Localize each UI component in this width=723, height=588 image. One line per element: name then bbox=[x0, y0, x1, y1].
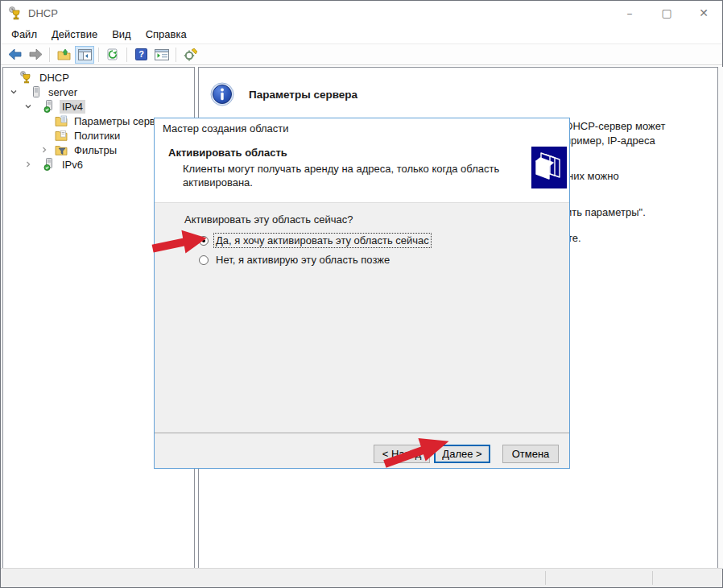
details-header: Параметры сервера bbox=[210, 82, 357, 106]
status-bar bbox=[1, 568, 722, 587]
details-text-fragment: ить параметры". bbox=[566, 206, 646, 218]
ipv4-server-icon bbox=[43, 100, 56, 113]
menu-bar: Файл Действие Вид Справка bbox=[1, 25, 722, 44]
menu-file[interactable]: Файл bbox=[4, 26, 44, 43]
statusbar-separator bbox=[652, 571, 653, 585]
annotation-arrow-radio bbox=[151, 223, 210, 262]
cancel-button[interactable]: Отмена bbox=[502, 445, 559, 463]
dialog-heading: Активировать область bbox=[168, 147, 287, 159]
chevron-right-icon[interactable] bbox=[24, 160, 32, 168]
actions-icon[interactable] bbox=[180, 46, 200, 64]
radio-row-yes[interactable]: Да, я хочу активировать эту область сейч… bbox=[199, 234, 431, 247]
up-folder-icon[interactable] bbox=[54, 46, 73, 64]
tree-label[interactable]: Политики bbox=[72, 129, 122, 143]
tree-label[interactable]: IPv4 bbox=[60, 100, 85, 114]
tree-item-dhcp-root[interactable]: DHCP bbox=[3, 70, 72, 85]
dhcp-console-window: DHCP – ▢ ✕ Файл Действие Вид Справка bbox=[0, 0, 723, 588]
tree-label[interactable]: IPv6 bbox=[60, 158, 85, 172]
tree-label[interactable]: Фильтры bbox=[72, 143, 119, 157]
dialog-footer: < Назад Далее > Отмена bbox=[155, 433, 569, 468]
details-text-fragment: них можно bbox=[568, 170, 619, 182]
dialog-title: Мастер создания области bbox=[155, 118, 569, 139]
tree-item-server-options[interactable]: Параметры сервера bbox=[3, 114, 175, 128]
tree-item-ipv6[interactable]: IPv6 bbox=[3, 157, 85, 172]
chevron-down-icon[interactable] bbox=[24, 102, 32, 110]
toolbar-separator bbox=[49, 48, 50, 62]
details-text-fragment: пример, IP-адреса bbox=[565, 135, 655, 147]
menu-view[interactable]: Вид bbox=[105, 26, 138, 43]
chevron-down-icon[interactable] bbox=[10, 88, 18, 96]
tree-label[interactable]: DHCP bbox=[37, 71, 72, 85]
ipv6-server-icon bbox=[43, 158, 56, 171]
tree-item-ipv4[interactable]: IPv4 bbox=[3, 99, 85, 114]
toolbar-separator bbox=[126, 48, 127, 62]
forward-icon[interactable] bbox=[26, 46, 45, 64]
tree-item-server[interactable]: server bbox=[3, 85, 80, 99]
menu-action[interactable]: Действие bbox=[44, 26, 105, 43]
dialog-header: Активировать область Клиенты могут получ… bbox=[155, 139, 569, 203]
tree-item-policies[interactable]: Политики bbox=[3, 128, 122, 143]
server-icon bbox=[30, 85, 43, 98]
back-icon[interactable] bbox=[5, 46, 24, 64]
close-button[interactable]: ✕ bbox=[685, 1, 722, 25]
menu-help[interactable]: Справка bbox=[138, 26, 194, 43]
annotation-arrow-next bbox=[378, 429, 455, 471]
console-tree-icon[interactable] bbox=[75, 46, 94, 64]
radio-no-label[interactable]: Нет, я активирую эту область позже bbox=[214, 253, 391, 267]
tree-item-filters[interactable]: Фильтры bbox=[3, 143, 119, 157]
dhcp-app-icon bbox=[8, 6, 22, 20]
radio-row-no[interactable]: Нет, я активирую эту область позже bbox=[199, 253, 391, 267]
radio-yes-label[interactable]: Да, я хочу активировать эту область сейч… bbox=[214, 234, 431, 247]
chevron-right-icon[interactable] bbox=[40, 146, 48, 154]
statusbar-separator bbox=[545, 571, 546, 585]
dhcp-root-icon bbox=[19, 71, 32, 84]
dialog-body: Активировать эту область сейчас? Да, я х… bbox=[155, 203, 569, 433]
dialog-description: Клиенты могут получать аренду на адреса,… bbox=[183, 162, 521, 189]
svg-text:?: ? bbox=[138, 49, 144, 59]
info-icon bbox=[210, 82, 234, 106]
scope-wizard-dialog: Мастер создания области Активировать обл… bbox=[154, 118, 570, 469]
toolbar: ? bbox=[1, 44, 722, 65]
toolbar-separator bbox=[176, 48, 176, 62]
details-title: Параметры сервера bbox=[249, 89, 357, 101]
maximize-button[interactable]: ▢ bbox=[648, 1, 685, 25]
minimize-button[interactable]: – bbox=[611, 1, 648, 25]
window-title: DHCP bbox=[28, 7, 58, 19]
server-options-folder-icon bbox=[55, 114, 68, 127]
tree-label[interactable]: server bbox=[46, 85, 80, 99]
help-icon[interactable]: ? bbox=[131, 46, 151, 64]
refresh-icon[interactable] bbox=[103, 46, 122, 64]
export-list-icon[interactable] bbox=[152, 46, 171, 64]
titlebar: DHCP – ▢ ✕ bbox=[1, 1, 722, 25]
scroll-gutter bbox=[718, 67, 723, 569]
filters-folder-icon bbox=[55, 143, 68, 156]
wizard-folders-art bbox=[531, 147, 567, 188]
policies-folder-icon bbox=[55, 129, 68, 142]
details-text-fragment: DHCP-сервер может bbox=[565, 120, 665, 132]
toolbar-separator bbox=[98, 48, 99, 62]
